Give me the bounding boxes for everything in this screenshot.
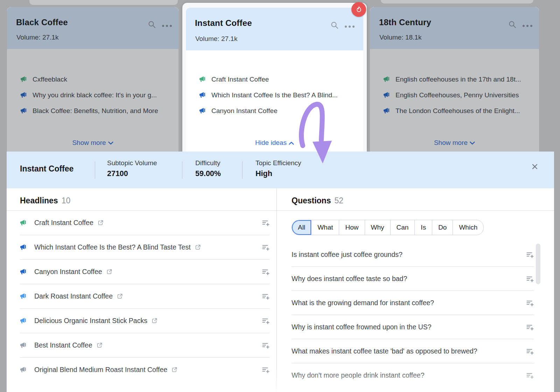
topic-card-18th-century[interactable]: 18th Century Volume: 18.1k English coffe… bbox=[370, 7, 539, 152]
headline-row[interactable]: Dark Roast Instant Coffee bbox=[20, 284, 270, 309]
add-to-list-icon[interactable] bbox=[261, 317, 270, 325]
question-text: Is instant coffee just coffee grounds? bbox=[292, 251, 402, 259]
highlighted-card-wrapper: Instant Coffee Volume: 27.1k Craft Insta… bbox=[182, 3, 367, 152]
add-to-list-icon[interactable] bbox=[526, 371, 534, 379]
headline-text[interactable]: Canyon Instant Coffee bbox=[34, 268, 102, 276]
question-text: What makes instant coffee taste 'bad' as… bbox=[292, 347, 477, 355]
add-to-list-icon[interactable] bbox=[526, 275, 534, 283]
card-idea-item[interactable]: Cxffeeblack bbox=[20, 71, 172, 87]
headline-text[interactable]: Dark Roast Instant Coffee bbox=[34, 292, 113, 300]
filter-tab-all[interactable]: All bbox=[292, 220, 312, 235]
headline-text[interactable]: Delicious Organic Instant Stick Packs bbox=[34, 317, 147, 325]
question-row[interactable]: Is instant coffee just coffee grounds? bbox=[292, 243, 534, 267]
card-idea-item[interactable]: Craft Instant Coffee bbox=[199, 71, 356, 87]
add-to-list-icon[interactable] bbox=[261, 268, 270, 276]
megaphone-icon bbox=[20, 268, 27, 275]
topic-card-black-coffee[interactable]: Black Coffee Volume: 27.1k CxffeeblackWh… bbox=[7, 7, 178, 152]
megaphone-icon bbox=[199, 107, 206, 114]
question-text: Why is instant coffee frowned upon in th… bbox=[292, 323, 432, 331]
more-options-icon[interactable] bbox=[522, 22, 533, 29]
card-idea-item[interactable]: Which Instant Coffee Is the Best? A Blin… bbox=[199, 87, 356, 103]
more-options-icon[interactable] bbox=[162, 22, 172, 29]
headline-text[interactable]: Craft Instant Coffee bbox=[34, 219, 93, 227]
card-idea-item[interactable]: Why you drink black coffee: It's in your… bbox=[20, 87, 172, 103]
headline-row[interactable]: Canyon Instant Coffee bbox=[20, 260, 270, 284]
search-icon[interactable] bbox=[148, 20, 156, 30]
external-link-icon[interactable] bbox=[172, 367, 177, 373]
headline-text[interactable]: Original Blend Medium Roast Instant Coff… bbox=[34, 366, 167, 374]
external-link-icon[interactable] bbox=[106, 269, 112, 275]
filter-tab-how[interactable]: How bbox=[339, 220, 365, 235]
external-link-icon[interactable] bbox=[195, 244, 201, 250]
add-to-list-icon[interactable] bbox=[261, 292, 270, 300]
filter-tab-what[interactable]: What bbox=[312, 220, 339, 235]
search-icon[interactable] bbox=[508, 20, 517, 30]
question-text: Why does instant coffee taste so bad? bbox=[292, 275, 407, 283]
headline-row[interactable]: Best Instant Coffee bbox=[20, 333, 270, 358]
external-link-icon[interactable] bbox=[98, 220, 104, 226]
add-to-list-icon[interactable] bbox=[526, 323, 534, 331]
add-to-list-icon[interactable] bbox=[526, 299, 534, 307]
headline-row[interactable]: Craft Instant Coffee bbox=[20, 211, 270, 235]
trending-fire-icon bbox=[351, 2, 366, 17]
close-icon[interactable] bbox=[530, 162, 539, 171]
headline-row[interactable]: Original Blend Medium Roast Instant Coff… bbox=[20, 358, 270, 382]
add-to-list-icon[interactable] bbox=[261, 366, 270, 374]
topic-card-instant-coffee[interactable]: Instant Coffee Volume: 27.1k Craft Insta… bbox=[186, 8, 363, 152]
filter-tab-can[interactable]: Can bbox=[391, 220, 415, 235]
panel-title: Instant Coffee bbox=[20, 164, 74, 174]
external-link-icon[interactable] bbox=[97, 342, 103, 348]
megaphone-icon bbox=[20, 342, 27, 349]
filter-tab-which[interactable]: Which bbox=[453, 220, 483, 235]
headline-row[interactable]: Which Instant Coffee Is the Best? A Blin… bbox=[20, 235, 270, 260]
hide-ideas-link[interactable]: Hide ideas bbox=[186, 139, 363, 147]
show-more-link[interactable]: Show more bbox=[7, 139, 178, 147]
megaphone-icon bbox=[20, 293, 27, 300]
panel-body: Headlines10 Craft Instant Coffee Which I… bbox=[7, 188, 554, 392]
megaphone-icon bbox=[383, 76, 390, 83]
headline-text[interactable]: Which Instant Coffee Is the Best? A Blin… bbox=[34, 243, 191, 251]
show-more-link[interactable]: Show more bbox=[370, 139, 539, 147]
background-artifact bbox=[381, 0, 533, 4]
megaphone-icon bbox=[20, 366, 27, 373]
add-to-list-icon[interactable] bbox=[261, 219, 270, 227]
megaphone-icon bbox=[199, 92, 206, 98]
filter-tab-why[interactable]: Why bbox=[365, 220, 391, 235]
external-link-icon[interactable] bbox=[117, 293, 123, 299]
question-row[interactable]: Why does instant coffee taste so bad? bbox=[292, 267, 534, 291]
question-row[interactable]: What is the growing demand for instant c… bbox=[292, 291, 534, 315]
card-idea-item[interactable]: Canyon Instant Coffee bbox=[199, 103, 356, 119]
megaphone-icon bbox=[20, 219, 27, 226]
add-to-list-icon[interactable] bbox=[526, 251, 534, 259]
card-idea-item[interactable]: English Coffeehouses, Penny Universities bbox=[383, 87, 532, 103]
card-volume: Volume: 27.1k bbox=[195, 35, 237, 43]
question-row[interactable]: What makes instant coffee taste 'bad' as… bbox=[292, 339, 534, 363]
filter-tab-do[interactable]: Do bbox=[432, 220, 453, 235]
divider bbox=[242, 161, 243, 179]
filter-tab-is[interactable]: Is bbox=[415, 220, 432, 235]
card-title: Instant Coffee bbox=[195, 18, 252, 28]
background-artifact bbox=[29, 0, 178, 5]
question-filter-tabs: AllWhatHowWhyCanIsDoWhich bbox=[292, 220, 484, 235]
card-header: 18th Century Volume: 18.1k bbox=[370, 7, 539, 49]
card-title: Black Coffee bbox=[16, 18, 68, 27]
card-idea-item[interactable]: English coffeehouses in the 17th and 18t… bbox=[383, 71, 532, 87]
topic-research-screen: Black Coffee Volume: 27.1k CxffeeblackWh… bbox=[0, 0, 560, 392]
search-icon[interactable] bbox=[330, 21, 339, 31]
add-to-list-icon[interactable] bbox=[261, 341, 270, 349]
chevron-up-icon bbox=[289, 139, 294, 147]
headline-row[interactable]: Delicious Organic Instant Stick Packs bbox=[20, 309, 270, 333]
add-to-list-icon[interactable] bbox=[261, 243, 270, 251]
panel-header: Instant Coffee Subtopic Volume27100 Diff… bbox=[7, 152, 554, 188]
question-row[interactable]: Why don't more people drink instant coff… bbox=[292, 363, 534, 387]
card-idea-item[interactable]: The London Coffeehouses of the Enlight..… bbox=[383, 103, 532, 119]
more-options-icon[interactable] bbox=[344, 23, 355, 29]
headlines-list: Craft Instant Coffee Which Instant Coffe… bbox=[7, 211, 276, 382]
card-idea-item[interactable]: Black Coffee: Benefits, Nutrition, and M… bbox=[20, 103, 172, 119]
add-to-list-icon[interactable] bbox=[526, 347, 534, 355]
external-link-icon[interactable] bbox=[152, 318, 158, 324]
headline-text[interactable]: Best Instant Coffee bbox=[34, 341, 92, 349]
question-row[interactable]: Why is instant coffee frowned upon in th… bbox=[292, 315, 534, 339]
chevron-down-icon bbox=[470, 139, 475, 147]
questions-scrollbar[interactable] bbox=[536, 244, 540, 284]
